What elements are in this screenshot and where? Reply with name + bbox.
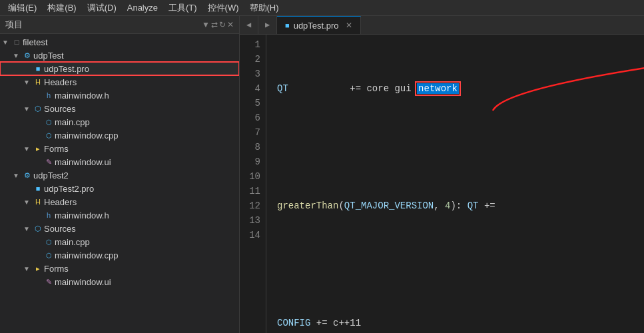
icon-udptest2-pro: ■ (32, 184, 44, 192)
line-num-5: 5 (248, 96, 260, 111)
label-mainwindow-ui1: mainwindow.ui (55, 157, 236, 167)
panel-filter-icon[interactable]: ▼ (202, 20, 210, 29)
icon-udptest2: ⚙ (21, 171, 33, 180)
tree-item-forms1[interactable]: ▼ ▸ Forms (0, 142, 239, 155)
tree-item-forms2[interactable]: ▼ ▸ Forms (0, 262, 239, 275)
icon-mainwindow-h2: h (43, 211, 55, 219)
menu-controls[interactable]: 控件(W) (202, 1, 244, 15)
tree-item-udptest[interactable]: ▼ ⚙ udpTest (0, 49, 239, 62)
icon-mainwindow-ui1: ✎ (43, 158, 55, 166)
tree-item-sources1[interactable]: ▼ ⬡ Sources (0, 102, 239, 115)
label-mainwindow-ui2: mainwindow.ui (55, 277, 236, 287)
panel-sync-icon[interactable]: ↻ (219, 20, 226, 29)
tree-item-sources2[interactable]: ▼ ⬡ Sources (0, 222, 239, 235)
tab-label: udpTest.pro (294, 21, 339, 31)
code-line-4 (277, 257, 644, 272)
line-num-13: 13 (248, 213, 260, 228)
label-main-cpp1: main.cpp (55, 117, 236, 127)
label-main-cpp2: main.cpp (55, 237, 236, 247)
label-mainwindow-cpp1: mainwindow.cpp (55, 131, 236, 141)
kw-4: 4 (445, 200, 450, 211)
tree-item-mainwindow-ui2[interactable]: ✎ mainwindow.ui (0, 275, 239, 288)
label-filetest: filetest (23, 37, 236, 47)
label-sources2: Sources (44, 224, 236, 234)
icon-headers1: H (32, 78, 44, 86)
code-content[interactable]: QT += core gui network greaterThan(QT_MA… (266, 35, 644, 333)
icon-mainwindow-h1: h (43, 91, 55, 99)
tree-item-headers1[interactable]: ▼ H Headers (0, 75, 239, 89)
kw-CONFIG: CONFIG (277, 318, 310, 328)
tab-nav-right[interactable]: ▶ (258, 16, 277, 34)
kw-cpp11: c++11 (333, 318, 361, 328)
label-forms2: Forms (44, 264, 236, 274)
tree-item-mainwindow-ui1[interactable]: ✎ mainwindow.ui (0, 155, 239, 168)
menu-build[interactable]: 构建(B) (42, 1, 81, 15)
line-num-9: 9 (248, 155, 260, 169)
tree-item-mainwindow-h1[interactable]: h mainwindow.h (0, 89, 239, 102)
tree-item-filetest[interactable]: ▼ □ filetest (0, 35, 239, 49)
menu-help[interactable]: 帮助(H) (244, 1, 284, 15)
icon-forms1: ▸ (32, 145, 44, 153)
panel-title: 项目 (5, 19, 23, 31)
icon-main-cpp1: ⬡ (43, 119, 55, 126)
tree-item-main-cpp1[interactable]: ⬡ main.cpp (0, 115, 239, 129)
icon-filetest: □ (11, 38, 23, 46)
tree-item-mainwindow-cpp2[interactable]: ⬡ mainwindow.cpp (0, 248, 239, 262)
tree-item-udptest2-pro[interactable]: ■ udpTest2.pro (0, 182, 239, 195)
line-numbers: 1 2 3 4 5 6 7 8 9 10 11 12 13 14 (240, 35, 266, 333)
icon-sources2: ⬡ (32, 224, 44, 233)
arrow-headers2: ▼ (21, 198, 32, 206)
icon-sources1: ⬡ (32, 105, 44, 113)
tab-icon: ■ (285, 21, 290, 29)
label-sources1: Sources (44, 104, 236, 114)
arrow-udptest: ▼ (11, 52, 21, 59)
tree-item-main-cpp2[interactable]: ⬡ main.cpp (0, 235, 239, 248)
tree-item-mainwindow-cpp1[interactable]: ⬡ mainwindow.cpp (0, 129, 239, 142)
tab-udptest-pro[interactable]: ■ udpTest.pro ✕ (277, 16, 361, 34)
panel-close-icon[interactable]: ✕ (227, 20, 234, 29)
line-num-3: 3 (248, 67, 260, 81)
main-area: 项目 ▼ ⇄ ↻ ✕ ▼ □ filetest ▼ ⚙ udpTest (0, 16, 644, 333)
menu-analyze[interactable]: Analyze (122, 1, 163, 14)
kw-greaterThan: greaterThan (277, 200, 338, 211)
tree-item-mainwindow-h2[interactable]: h mainwindow.h (0, 208, 239, 222)
editor-area[interactable]: 1 2 3 4 5 6 7 8 9 10 11 12 13 14 QT += c… (240, 35, 644, 333)
panel-link-icon[interactable]: ⇄ (211, 20, 218, 29)
line-num-6: 6 (248, 111, 260, 125)
menubar: 编辑(E) 构建(B) 调试(D) Analyze 工具(T) 控件(W) 帮助… (0, 0, 644, 16)
arrow-forms2: ▼ (21, 265, 32, 272)
icon-udptest-pro: ■ (32, 65, 44, 73)
line-num-12: 12 (248, 198, 260, 213)
arrow-headers1: ▼ (21, 79, 32, 86)
label-udptest2-pro: udpTest2.pro (44, 184, 236, 194)
line-num-14: 14 (248, 228, 260, 242)
project-tree: ▼ □ filetest ▼ ⚙ udpTest ■ udpTest.pro (0, 34, 239, 333)
label-udptest-pro: udpTest.pro (44, 64, 236, 74)
kw-network-highlight: network (417, 83, 459, 94)
icon-main-cpp2: ⬡ (43, 238, 55, 246)
code-line-1: QT += core gui network (277, 81, 644, 96)
tree-item-udptest-pro[interactable]: ■ udpTest.pro (0, 62, 239, 75)
kw-gui: gui (394, 83, 411, 94)
label-headers2: Headers (44, 197, 236, 207)
label-mainwindow-h1: mainwindow.h (55, 91, 236, 101)
arrow-sources2: ▼ (21, 225, 32, 232)
line-num-7: 7 (248, 125, 260, 140)
line-num-8: 8 (248, 140, 260, 155)
label-udptest2: udpTest2 (33, 170, 236, 180)
icon-udptest: ⚙ (21, 51, 33, 60)
icon-mainwindow-ui2: ✎ (43, 278, 55, 286)
kw-QT_MAJOR_VERSION: QT_MAJOR_VERSION (344, 200, 434, 211)
tab-nav-left[interactable]: ◀ (240, 16, 258, 34)
label-mainwindow-h2: mainwindow.h (55, 210, 236, 220)
kw-core: core (366, 83, 389, 94)
tab-close-icon[interactable]: ✕ (346, 21, 352, 30)
icon-headers2: H (32, 198, 44, 206)
icon-mainwindow-cpp1: ⬡ (43, 132, 55, 139)
tree-item-headers2[interactable]: ▼ H Headers (0, 195, 239, 208)
menu-debug[interactable]: 调试(D) (82, 1, 122, 15)
arrow-udptest2: ▼ (11, 172, 21, 179)
menu-tools[interactable]: 工具(T) (163, 1, 202, 15)
menu-edit[interactable]: 编辑(E) (3, 1, 42, 15)
tree-item-udptest2[interactable]: ▼ ⚙ udpTest2 (0, 168, 239, 182)
